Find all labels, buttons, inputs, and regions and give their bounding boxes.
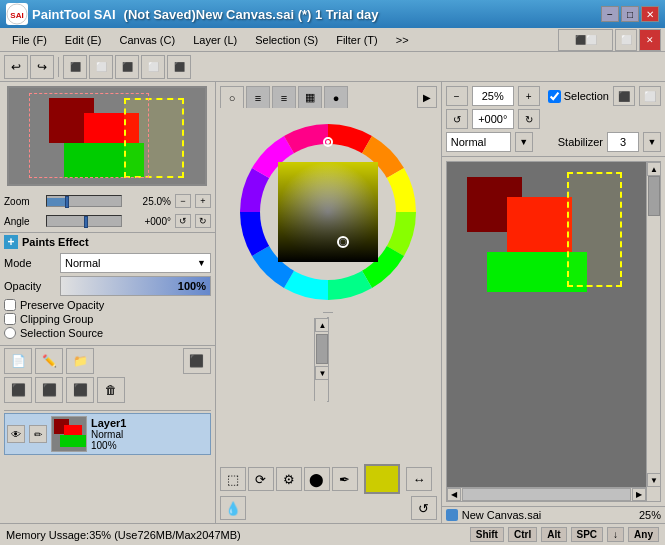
folder-tool[interactable]: 📁 xyxy=(66,348,94,374)
zoom-decrease-button[interactable]: − xyxy=(175,194,191,208)
color-swatch[interactable] xyxy=(364,464,400,494)
new-file-tool[interactable]: 📄 xyxy=(4,348,32,374)
menu-more[interactable]: >> xyxy=(388,32,417,48)
lasso-tool[interactable]: ⟳ xyxy=(248,467,274,491)
brush-tool[interactable]: ⬤ xyxy=(304,467,330,491)
tool-icons-section: 📄 ✏️ 📁 ⬛ ⬛ ⬛ ⬛ 🗑 xyxy=(0,345,215,408)
tab-palette[interactable]: ▦ xyxy=(298,86,322,108)
selection-opt2-button[interactable]: ⬜ xyxy=(639,86,661,106)
edit-tool[interactable]: ✏️ xyxy=(35,348,63,374)
size-increase-button[interactable]: + xyxy=(518,86,540,106)
color-scroll-button[interactable]: ▶ xyxy=(417,86,437,108)
scrollbar-thumb[interactable] xyxy=(316,334,328,364)
zoom-angle-section: Zoom 25.0% − + Angle +000° ↺ ↻ xyxy=(0,190,215,232)
color-pick-tool[interactable]: ↔ xyxy=(406,467,432,491)
canvas-tab-name[interactable]: New Canvas.sai xyxy=(462,509,541,521)
shift-key-button[interactable]: Shift xyxy=(470,527,504,542)
tool-area-scrollbar[interactable]: ▲ ▼ xyxy=(314,318,328,401)
angle-value: +000° xyxy=(126,216,171,227)
right-canvas[interactable]: ▲ ▼ ◀ ▶ xyxy=(446,161,661,502)
color-wheel-container[interactable] xyxy=(228,112,428,312)
tab-swatches[interactable]: ● xyxy=(324,86,348,108)
delete-tool[interactable]: 🗑 xyxy=(97,377,125,403)
reset-tool[interactable]: ↺ xyxy=(411,496,437,520)
eyedropper-tool[interactable]: 💧 xyxy=(220,496,246,520)
maximize-button[interactable]: □ xyxy=(621,6,639,22)
arrow-key-button[interactable]: ↓ xyxy=(607,527,624,542)
alt-key-button[interactable]: Alt xyxy=(541,527,566,542)
menu-filter[interactable]: Filter (T) xyxy=(328,32,386,48)
menu-canvas[interactable]: Canvas (C) xyxy=(112,32,184,48)
view-btn5[interactable]: ⬛ xyxy=(167,55,191,79)
right-scrollbar-horizontal[interactable]: ◀ ▶ xyxy=(447,487,646,501)
stabilizer-label: Stabilizer xyxy=(558,136,603,148)
redo-button[interactable]: ↪ xyxy=(30,55,54,79)
angle-increase-button[interactable]: ↻ xyxy=(195,214,211,228)
stabilizer-arrow[interactable]: ▼ xyxy=(643,132,661,152)
view-btn3[interactable]: ⬛ xyxy=(115,55,139,79)
clipping-group-row: Clipping Group xyxy=(4,313,211,325)
layer-edit-button[interactable]: ✏ xyxy=(29,425,47,443)
scroll-up-arrow[interactable]: ▲ xyxy=(315,318,329,332)
copy-tool[interactable]: ⬛ xyxy=(35,377,63,403)
window-tile-btn[interactable]: ⬛⬜ xyxy=(558,29,613,51)
rot-increase-button[interactable]: ↻ xyxy=(518,109,540,129)
right-canvas-inner xyxy=(447,162,660,501)
rot-decrease-button[interactable]: ↺ xyxy=(446,109,468,129)
view-btn2[interactable]: ⬜ xyxy=(89,55,113,79)
zoom-increase-button[interactable]: + xyxy=(195,194,211,208)
zoom-slider[interactable] xyxy=(46,195,122,207)
select-rect-tool[interactable]: ⬚ xyxy=(220,467,246,491)
scroll-down-arrow[interactable]: ▼ xyxy=(315,366,329,380)
wand-tool[interactable]: ⚙ xyxy=(276,467,302,491)
view-btn4[interactable]: ⬜ xyxy=(141,55,165,79)
layer-item[interactable]: 👁 ✏ Layer1 Normal 100% xyxy=(4,413,211,455)
window-close-btn[interactable]: ✕ xyxy=(639,29,661,51)
mode-row: Mode Normal ▼ xyxy=(4,253,211,273)
scroll-up-button[interactable]: ▲ xyxy=(647,162,661,176)
tab-hsv-sliders[interactable]: ≡ xyxy=(272,86,296,108)
pen-tool[interactable]: ✒ xyxy=(332,467,358,491)
paste-tool[interactable]: ⬛ xyxy=(66,377,94,403)
scroll-right-button[interactable]: ▶ xyxy=(632,488,646,501)
close-button[interactable]: ✕ xyxy=(641,6,659,22)
undo-button[interactable]: ↩ xyxy=(4,55,28,79)
layer-visibility-button[interactable]: 👁 xyxy=(7,425,25,443)
tab-color-wheel[interactable]: ○ xyxy=(220,86,244,108)
menu-edit[interactable]: Edit (E) xyxy=(57,32,110,48)
right-scrollbar-vertical[interactable]: ▲ ▼ xyxy=(646,162,660,501)
angle-slider[interactable] xyxy=(46,215,122,227)
merge-tool[interactable]: ⬛ xyxy=(4,377,32,403)
right-scrollbar-thumb[interactable] xyxy=(648,176,660,216)
menu-file[interactable]: File (F) xyxy=(4,32,55,48)
selection-checkbox[interactable] xyxy=(548,90,561,103)
selection-source-radio[interactable] xyxy=(4,327,16,339)
spc-key-button[interactable]: SPC xyxy=(571,527,604,542)
view-btn1[interactable]: ⬛ xyxy=(63,55,87,79)
angle-decrease-button[interactable]: ↺ xyxy=(175,214,191,228)
menu-selection[interactable]: Selection (S) xyxy=(247,32,326,48)
clipping-group-checkbox[interactable] xyxy=(4,313,16,325)
tool-canvas[interactable]: ▲ ▼ xyxy=(327,317,329,402)
canvas-preview xyxy=(7,86,207,186)
import-tool[interactable]: ⬛ xyxy=(183,348,211,374)
mode-value: Normal xyxy=(65,257,100,269)
right-mode-arrow[interactable]: ▼ xyxy=(515,132,533,152)
size-decrease-button[interactable]: − xyxy=(446,86,468,106)
mode-select[interactable]: Normal ▼ xyxy=(60,253,211,273)
opacity-slider[interactable]: 100% xyxy=(60,276,211,296)
scroll-down-button[interactable]: ▼ xyxy=(647,473,661,487)
window-layout-btn[interactable]: ⬜ xyxy=(615,29,637,51)
minimize-button[interactable]: − xyxy=(601,6,619,22)
any-key-button[interactable]: Any xyxy=(628,527,659,542)
center-panel: ○ ≡ ≡ ▦ ● ▶ xyxy=(216,82,442,523)
scroll-left-button[interactable]: ◀ xyxy=(447,488,461,501)
selection-opt-button[interactable]: ⬛ xyxy=(613,86,635,106)
toolbar: ↩ ↪ ⬛ ⬜ ⬛ ⬜ ⬛ xyxy=(0,52,665,82)
preserve-opacity-checkbox[interactable] xyxy=(4,299,16,311)
ctrl-key-button[interactable]: Ctrl xyxy=(508,527,537,542)
paints-effect-icon[interactable]: + xyxy=(4,235,18,249)
color-wheel-svg[interactable] xyxy=(228,112,428,312)
menu-layer[interactable]: Layer (L) xyxy=(185,32,245,48)
tab-rgb-sliders[interactable]: ≡ xyxy=(246,86,270,108)
